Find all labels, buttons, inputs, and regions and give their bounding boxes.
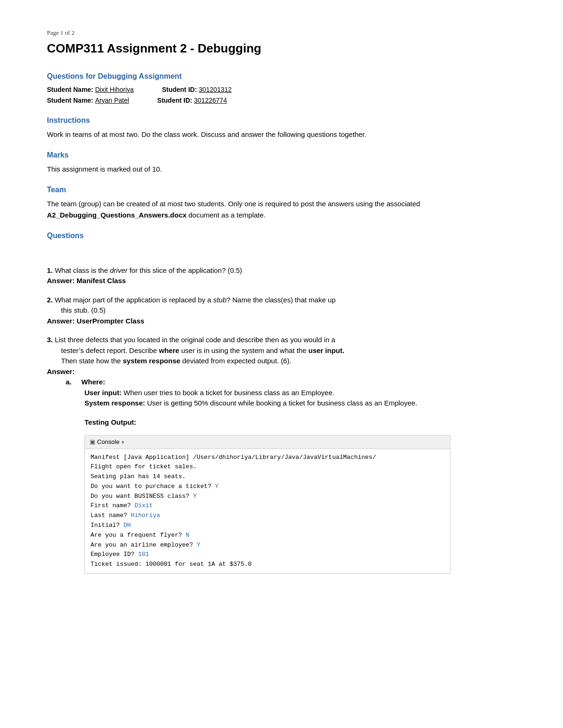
question-3-line2: tester’s defect report. Describe where u… [61,345,516,356]
console-line-1: Flight open for ticket sales. [91,462,444,472]
testing-output-label: Testing Output: [84,417,516,428]
console-line-0: Manifest [Java Application] /Users/dhiho… [91,453,444,463]
student-id-label-1: Student ID: 301201312 [162,85,232,95]
question-1-answer: Answer: Manifest Class [47,276,516,286]
question-2-indent: this stub. (0.5) [61,305,516,316]
console-container: ▣ Console × Manifest [Java Application] … [84,435,516,574]
student-name-value-2: Aryan Patel [95,97,129,104]
student-name-label-1: Student Name: Dixit Hihoriya [47,85,134,95]
student-id-value-2: 301226774 [194,97,227,104]
sub-a-system-response: System response: User is getting 50% dis… [84,398,516,409]
console-tab-label: Console [97,437,120,447]
student-name-label-2: Student Name: Aryan Patel [47,96,129,105]
console-line-3: Do you want to purchace a ticket? Y [91,482,444,492]
console-tab[interactable]: ▣ Console × [90,437,124,447]
team-body: The team (group) can be created of at mo… [47,198,516,221]
questions-heading: Questions [47,230,516,241]
question-2-text: 2. What major part of the application is… [47,295,516,306]
console-line-8: Are you a frequent flyer? N [91,531,444,540]
question-1-text: 1. What class is the driver for this sli… [47,265,516,276]
marks-heading: Marks [47,150,516,161]
page-info: Page 1 of 2 [47,28,516,38]
question-3-line3: Then state how the system response devia… [61,356,516,367]
question-1: 1. What class is the driver for this sli… [47,265,516,286]
student-id-label-2: Student ID: 301226774 [157,96,227,105]
page-title: COMP311 Assignment 2 - Debugging [47,39,516,58]
team-heading: Team [47,184,516,195]
student-row-2: Student Name: Aryan Patel Student ID: 30… [47,96,516,105]
question-2: 2. What major part of the application is… [47,295,516,327]
console-line-5: First name? Dixit [91,501,444,511]
q2-italic: stub [213,296,226,304]
q1-italic: driver [110,266,128,274]
student-row-1: Student Name: Dixit Hihoriya Student ID:… [47,85,516,95]
student-table: Student Name: Dixit Hihoriya Student ID:… [47,85,516,105]
instructions-body: Work in teams of at most two. Do the cla… [47,129,516,140]
section-title: Questions for Debugging Assignment [47,71,516,82]
instructions-section: Instructions Work in teams of at most tw… [47,115,516,140]
console-line-7: Initial? DH [91,521,444,531]
testing-output-section: Testing Output: ▣ Console × Manifest [Ja… [84,417,516,574]
console-line-9: Are you an airline employee? Y [91,540,444,550]
team-section: Team The team (group) can be created of … [47,184,516,221]
console-body: Manifest [Java Application] /Users/dhiho… [84,449,450,574]
student-name-value-1: Dixit Hihoriya [95,86,134,93]
sub-a-user-input: User input: When user tries to book a ti… [84,388,516,398]
marks-body: This assignment is marked out of 10. [47,164,516,175]
question-3-text: 3. List three defects that you located i… [47,335,516,345]
console-icon: ▣ [90,437,95,447]
console-line-10: Employee ID? 101 [91,550,444,560]
team-docx-name: A2_Debugging_Questions_Answers.docx [47,211,187,219]
instructions-heading: Instructions [47,115,516,126]
console-line-6: Last name? Hihoriya [91,511,444,521]
console-line-2: Seating plan has 14 seats. [91,472,444,482]
student-id-value-1: 301201312 [199,86,232,93]
marks-section: Marks This assignment is marked out of 1… [47,150,516,175]
question-3-answer-label: Answer: [47,367,516,377]
question-3: 3. List three defects that you located i… [47,335,516,409]
console-line-11: Ticket issued: 1000001 for seat 1A at $3… [91,560,444,570]
page: Page 1 of 2 COMP311 Assignment 2 - Debug… [0,0,563,728]
question-2-answer: Answer: UserPrompter Class [47,316,516,327]
console-close-icon[interactable]: × [122,438,124,446]
console-header: ▣ Console × [84,435,450,449]
sub-answer-a: a. Where: User input: When user tries to… [66,377,516,409]
console-line-4: Do you want BUSINESS class? Y [91,492,444,502]
sub-a-where: a. Where: [66,377,516,388]
